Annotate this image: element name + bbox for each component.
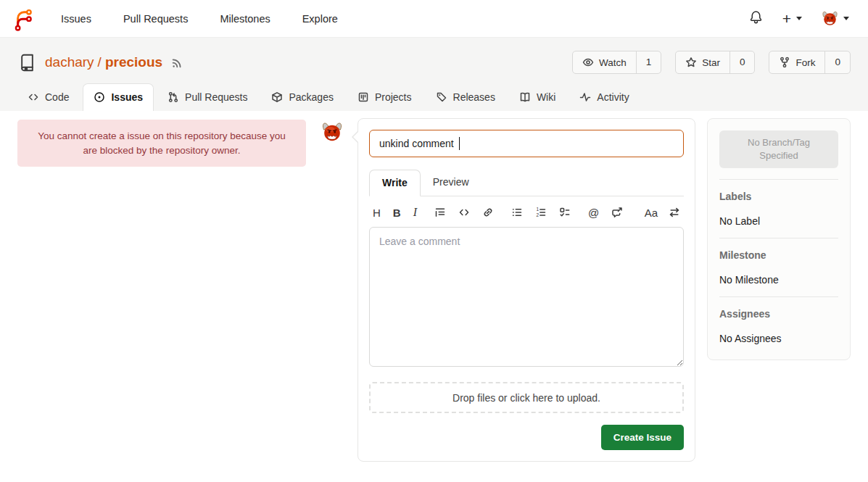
fork-button[interactable]: Fork 0 — [769, 51, 851, 74]
code-icon[interactable] — [458, 207, 470, 218]
tab-label: Issues — [111, 91, 143, 103]
quote-icon[interactable] — [434, 207, 446, 218]
tag-icon — [436, 91, 447, 103]
ordered-list-icon[interactable]: 1 2 — [535, 207, 547, 218]
top-navbar: Issues Pull Requests Milestones Explore … — [0, 0, 868, 38]
assignees-heading: Assignees — [719, 308, 838, 320]
tab-activity[interactable]: Activity — [569, 84, 639, 111]
user-avatar — [822, 10, 838, 27]
tab-packages[interactable]: Packages — [261, 84, 343, 111]
markdown-toolbar: H B I — [369, 196, 684, 227]
watch-count[interactable]: 1 — [636, 51, 661, 73]
tab-write[interactable]: Write — [369, 170, 421, 196]
pulse-icon — [579, 91, 591, 103]
star-label: Star — [702, 57, 720, 68]
tab-issues[interactable]: Issues — [83, 83, 154, 111]
issue-author-avatar — [321, 121, 343, 143]
heading-icon[interactable]: H — [373, 207, 381, 218]
issue-sidebar: No Branch/Tag Specified Labels No Label … — [707, 118, 851, 360]
chevron-down-icon — [843, 17, 849, 20]
repo-tabbar: Code Issues Pull Requests Packages — [17, 83, 851, 111]
git-pull-request-icon — [168, 91, 179, 103]
tab-label: Projects — [375, 91, 412, 103]
project-icon — [357, 91, 369, 103]
switch-editor-icon[interactable] — [669, 207, 680, 218]
branch-tag-button: No Branch/Tag Specified — [719, 130, 838, 168]
repo-breadcrumb: dachary/precious — [45, 54, 162, 70]
user-menu[interactable] — [822, 10, 849, 27]
tab-label: Code — [45, 91, 69, 103]
svg-text:2: 2 — [536, 212, 539, 217]
italic-icon[interactable]: I — [413, 207, 417, 218]
font-size-icon[interactable]: Aa — [645, 207, 658, 218]
main-content: You cannot create a issue on this reposi… — [0, 111, 868, 482]
fork-icon — [779, 57, 790, 68]
tab-preview[interactable]: Preview — [421, 170, 481, 196]
nav-link-pull-requests[interactable]: Pull Requests — [123, 13, 188, 25]
eye-icon — [582, 57, 594, 68]
nav-link-explore[interactable]: Explore — [302, 13, 338, 25]
tab-label: Pull Requests — [185, 91, 247, 103]
breadcrumb-separator: / — [98, 54, 102, 70]
tab-wiki[interactable]: Wiki — [509, 84, 566, 111]
labels-heading: Labels — [719, 191, 838, 202]
plus-icon: + — [782, 11, 791, 26]
text-cursor — [459, 137, 460, 150]
tab-label: Wiki — [537, 91, 555, 103]
issue-opened-icon — [94, 91, 105, 103]
tab-label: Packages — [289, 91, 333, 103]
divider — [719, 238, 838, 238]
fork-label: Fork — [795, 57, 815, 68]
divider — [719, 296, 838, 297]
star-button[interactable]: Star 0 — [675, 51, 755, 74]
tab-pull-requests[interactable]: Pull Requests — [157, 84, 257, 111]
cross-reference-icon[interactable] — [611, 207, 623, 218]
create-issue-button[interactable]: Create Issue — [601, 425, 684, 450]
chevron-down-icon — [796, 17, 802, 20]
tab-label: Activity — [597, 91, 629, 103]
package-icon — [271, 91, 283, 103]
create-new-menu[interactable]: + — [782, 11, 802, 26]
file-dropzone[interactable]: Drop files or click here to upload. — [369, 382, 684, 413]
tab-label: Releases — [453, 91, 495, 103]
unordered-list-icon[interactable] — [511, 207, 523, 218]
repo-owner-link[interactable]: dachary — [45, 54, 94, 70]
bold-icon[interactable]: B — [393, 207, 401, 218]
star-count[interactable]: 0 — [729, 51, 755, 73]
editor-tabs: Write Preview — [369, 170, 684, 196]
tab-code[interactable]: Code — [17, 84, 79, 111]
forgejo-logo-icon[interactable] — [10, 7, 35, 31]
repo-header: dachary/precious Watch 1 — [0, 38, 868, 111]
repo-icon — [17, 53, 37, 72]
tab-releases[interactable]: Releases — [426, 84, 505, 111]
code-icon — [28, 91, 39, 103]
labels-value: No Label — [719, 215, 838, 227]
dropzone-label: Drop files or click here to upload. — [452, 392, 600, 404]
watch-button[interactable]: Watch 1 — [572, 51, 661, 74]
milestone-heading: Milestone — [719, 249, 838, 261]
tab-projects[interactable]: Projects — [347, 84, 422, 111]
notifications-bell-icon[interactable] — [749, 10, 763, 27]
nav-link-issues[interactable]: Issues — [61, 13, 91, 25]
assignees-value: No Assignees — [719, 333, 838, 344]
nav-link-milestones[interactable]: Milestones — [220, 13, 270, 25]
svg-text:1: 1 — [536, 207, 539, 212]
repo-name-link[interactable]: precious — [105, 54, 162, 70]
new-issue-form: Write Preview H B I — [357, 118, 695, 462]
link-icon[interactable] — [482, 207, 494, 218]
blocked-error-alert: You cannot create a issue on this reposi… — [17, 120, 306, 167]
nav-links: Issues Pull Requests Milestones Explore — [61, 13, 338, 25]
milestone-value: No Milestone — [719, 274, 838, 286]
divider — [719, 179, 838, 180]
mention-icon[interactable]: @ — [588, 207, 599, 218]
comment-textarea[interactable] — [369, 227, 684, 367]
issue-title-input[interactable] — [369, 130, 684, 157]
star-icon — [685, 57, 697, 68]
rss-icon[interactable] — [171, 57, 183, 69]
fork-count[interactable]: 0 — [824, 51, 850, 73]
watch-label: Watch — [599, 57, 627, 68]
task-list-icon[interactable] — [559, 207, 571, 218]
book-icon — [519, 91, 531, 103]
